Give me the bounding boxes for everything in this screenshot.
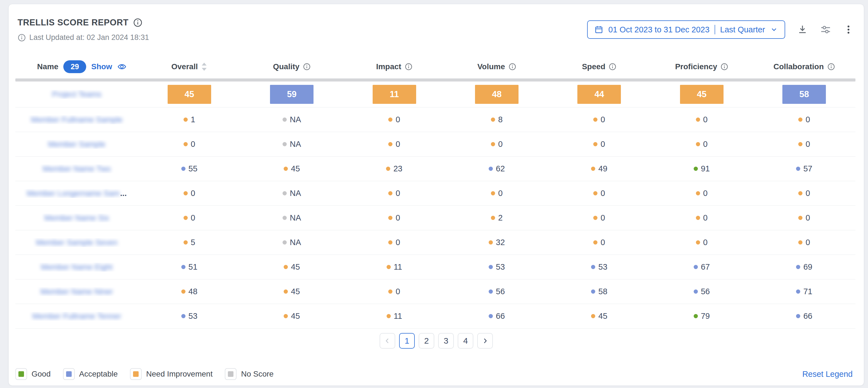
- row-name-link[interactable]: Member Name Niner: [40, 287, 113, 296]
- score-dot: [284, 167, 288, 171]
- score-dot: [593, 191, 597, 196]
- eye-icon[interactable]: [117, 62, 127, 71]
- score-dot: [491, 191, 495, 196]
- row-name-cell: Project Teams: [16, 90, 138, 99]
- score-cell: 0: [753, 140, 856, 149]
- score-cell: 44: [548, 85, 650, 104]
- sliders-icon: [820, 24, 832, 35]
- previous-page-button[interactable]: [380, 333, 395, 349]
- score-badge[interactable]: 58: [782, 85, 826, 104]
- row-name-link[interactable]: Member Name Six: [44, 213, 109, 222]
- score-value: NA: [290, 140, 301, 149]
- score-value: 0: [396, 287, 400, 296]
- date-range-picker[interactable]: 01 Oct 2023 to 31 Dec 2023 Last Quarter: [587, 20, 785, 39]
- row-name-link[interactable]: Member Fullname Tenner: [32, 312, 121, 321]
- more-options-button[interactable]: [843, 24, 854, 35]
- page-button-4[interactable]: 4: [458, 333, 473, 349]
- legend-checkbox[interactable]: [225, 368, 237, 380]
- score-cell: 53: [548, 262, 650, 272]
- score-cell: 53: [445, 262, 548, 272]
- column-info-icon[interactable]: [303, 63, 311, 70]
- legend-item-no_score[interactable]: No Score: [225, 368, 274, 380]
- score-cell: 66: [753, 311, 856, 321]
- score-value: 55: [189, 164, 197, 173]
- score-cell: 91: [650, 164, 753, 173]
- score-badge[interactable]: 59: [270, 85, 313, 104]
- score-badge[interactable]: 45: [680, 85, 723, 104]
- horizontal-scrollbar[interactable]: [16, 79, 856, 82]
- table-row: Member Name Six0NA02000: [16, 206, 856, 230]
- legend-item-good[interactable]: Good: [16, 368, 51, 380]
- column-info-icon[interactable]: [609, 63, 616, 70]
- table-settings-button[interactable]: [820, 24, 832, 35]
- score-dot: [796, 290, 800, 294]
- page-button-1[interactable]: 1: [399, 333, 415, 349]
- score-dot: [181, 167, 185, 171]
- sort-icon[interactable]: [201, 62, 207, 71]
- score-value: 45: [291, 262, 300, 272]
- score-value: 0: [806, 140, 810, 149]
- score-cell: 0: [753, 115, 856, 124]
- legend-checkbox[interactable]: [16, 368, 27, 380]
- score-cell: 2: [445, 213, 548, 222]
- column-header-overall[interactable]: Overall: [138, 62, 241, 71]
- show-names-button[interactable]: Show: [91, 62, 112, 71]
- score-dot: [696, 240, 700, 244]
- row-name-link[interactable]: Member Name Two: [43, 165, 111, 173]
- score-dot: [591, 167, 595, 171]
- page-button-2[interactable]: 2: [418, 333, 434, 349]
- score-value: 71: [803, 287, 812, 296]
- table-row: Member Name Eight51451153536769: [16, 255, 856, 279]
- score-cell: 67: [650, 262, 753, 272]
- page-button-3[interactable]: 3: [438, 333, 454, 349]
- legend-item-acceptable[interactable]: Acceptable: [63, 368, 118, 380]
- score-dot: [284, 314, 288, 318]
- row-name-link[interactable]: Member Sample: [48, 140, 105, 149]
- score-value: 0: [600, 140, 605, 149]
- table-row: Member Sample Seven5NA032000: [16, 230, 856, 255]
- next-page-button[interactable]: [477, 333, 493, 349]
- score-value: 0: [600, 238, 605, 247]
- score-cell: 71: [753, 287, 856, 296]
- score-cell: 0: [343, 238, 445, 247]
- legend-checkbox[interactable]: [130, 368, 142, 380]
- score-cell: 5: [138, 238, 241, 247]
- score-value: 0: [806, 238, 810, 247]
- score-badge[interactable]: 48: [475, 85, 519, 104]
- row-name-link[interactable]: Member Longername Sam: [27, 189, 120, 198]
- score-badge[interactable]: 44: [577, 85, 621, 104]
- score-badge[interactable]: 45: [167, 85, 211, 104]
- download-icon: [797, 24, 808, 35]
- score-dot: [388, 191, 393, 196]
- legend-checkbox[interactable]: [63, 368, 75, 380]
- score-value: 0: [396, 189, 400, 198]
- column-info-icon[interactable]: [508, 63, 516, 70]
- name-count-badge: 29: [63, 60, 86, 73]
- column-info-icon[interactable]: [405, 63, 412, 70]
- score-cell: 0: [138, 213, 241, 222]
- row-name-link[interactable]: Member Fullname Sample: [31, 115, 122, 124]
- row-name-link[interactable]: Project Teams: [52, 90, 101, 99]
- score-cell: NA: [241, 213, 343, 222]
- score-cell: 11: [343, 262, 445, 272]
- score-value: 0: [703, 189, 708, 198]
- score-value: 57: [803, 164, 812, 173]
- score-value: 0: [396, 115, 400, 124]
- score-value: 0: [191, 189, 195, 198]
- score-badge[interactable]: 11: [373, 85, 416, 104]
- column-info-icon[interactable]: [720, 63, 728, 70]
- column-info-icon[interactable]: [827, 63, 835, 70]
- row-name-link[interactable]: Member Sample Seven: [36, 238, 118, 247]
- score-dot: [798, 240, 802, 244]
- legend-item-need_improvement[interactable]: Need Improvement: [130, 368, 213, 380]
- title-info-icon[interactable]: [133, 18, 143, 27]
- score-dot: [696, 118, 700, 122]
- download-button[interactable]: [797, 24, 808, 35]
- row-name-link[interactable]: Member Name Eight: [41, 263, 113, 272]
- table-row: Member Sample0NA00000: [16, 132, 856, 157]
- score-dot: [283, 216, 287, 220]
- reset-legend-link[interactable]: Reset Legend: [802, 369, 852, 379]
- score-value: 45: [291, 164, 300, 173]
- score-cell: 58: [753, 85, 856, 104]
- score-cell: 0: [650, 115, 753, 124]
